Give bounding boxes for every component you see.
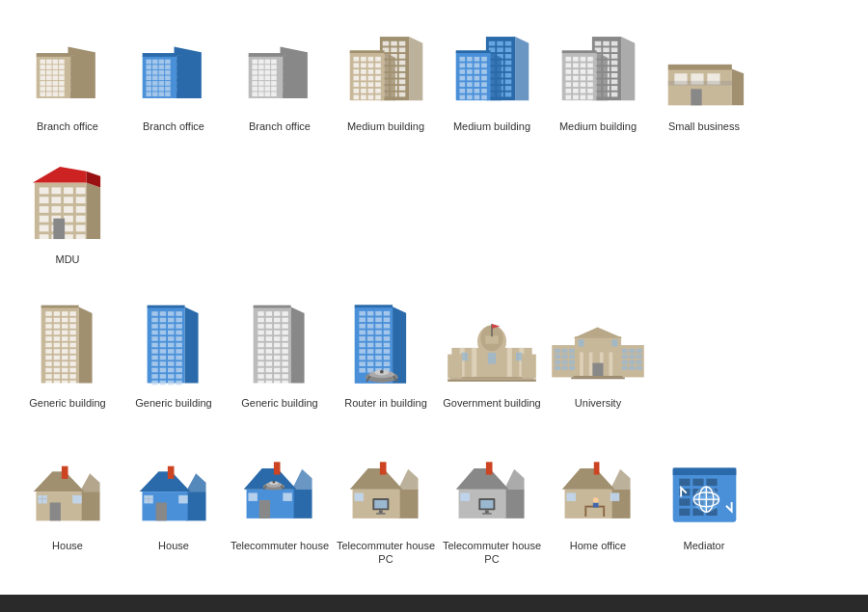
svg-rect-302: [580, 57, 585, 62]
icon-item-house-blue[interactable]: House: [121, 439, 227, 567]
svg-rect-39: [59, 81, 65, 86]
svg-rect-516: [258, 380, 264, 385]
svg-rect-529: [375, 317, 382, 322]
svg-rect-135: [271, 76, 277, 81]
svg-rect-459: [168, 367, 175, 372]
svg-rect-532: [366, 324, 373, 329]
svg-rect-129: [258, 70, 264, 75]
svg-rect-688: [610, 492, 618, 501]
svg-rect-201: [361, 89, 366, 93]
svg-rect-139: [271, 81, 277, 86]
svg-rect-81: [165, 70, 171, 75]
svg-rect-513: [265, 374, 272, 379]
icon-item-telecommuter-house-pc-gray[interactable]: Telecommuter house PC: [439, 439, 545, 567]
svg-marker-623: [79, 492, 99, 520]
svg-marker-644: [291, 469, 312, 490]
icon-item-generic-building-blue[interactable]: Generic building: [121, 296, 227, 410]
icon-item-medium-building-beige[interactable]: Medium building: [333, 19, 439, 133]
svg-rect-620: [611, 339, 617, 346]
svg-rect-140: [252, 87, 258, 92]
icon-wrapper: [338, 439, 434, 535]
svg-rect-383: [53, 330, 60, 334]
icon-item-medium-building-blue[interactable]: Medium building: [439, 19, 545, 133]
svg-rect-371: [53, 311, 60, 316]
svg-rect-366: [53, 219, 65, 239]
icon-item-telecommuter-house-pc[interactable]: Telecommuter house PC: [333, 439, 439, 567]
svg-marker-178: [409, 37, 422, 100]
svg-rect-315: [587, 76, 593, 81]
svg-rect-442: [159, 342, 166, 347]
svg-rect-264: [459, 95, 465, 100]
svg-rect-130: [264, 70, 270, 75]
svg-rect-207: [375, 95, 381, 100]
svg-rect-151: [382, 41, 389, 46]
svg-rect-149: [248, 53, 283, 57]
svg-rect-603: [622, 354, 628, 358]
svg-rect-613: [580, 352, 583, 377]
svg-rect-136: [252, 81, 258, 86]
svg-rect-316: [565, 82, 571, 87]
svg-rect-318: [580, 82, 585, 87]
icon-item-medium-building-gray[interactable]: Medium building: [545, 19, 651, 133]
icon-item-generic-building-gray[interactable]: Generic building: [227, 296, 333, 410]
svg-rect-174: [398, 86, 405, 91]
svg-rect-499: [282, 349, 288, 354]
svg-rect-462: [159, 374, 166, 379]
icon-wrapper: [444, 439, 540, 535]
svg-rect-80: [158, 70, 164, 75]
icon-label: Medium building: [453, 120, 530, 133]
svg-rect-378: [45, 324, 52, 329]
icon-wrapper: [656, 19, 752, 116]
svg-rect-446: [159, 349, 166, 354]
svg-marker-643: [291, 490, 312, 519]
svg-rect-159: [398, 54, 405, 59]
svg-rect-412: [62, 374, 68, 379]
svg-rect-319: [587, 82, 593, 87]
svg-rect-410: [45, 374, 52, 379]
svg-rect-215: [497, 47, 503, 52]
icon-label: Branch office: [37, 120, 98, 133]
svg-rect-691: [679, 479, 690, 487]
icon-item-branch-office-blue[interactable]: Branch office: [121, 19, 227, 133]
svg-rect-500: [258, 355, 264, 359]
svg-rect-463: [168, 374, 175, 379]
svg-rect-648: [258, 500, 269, 519]
svg-rect-549: [375, 349, 382, 354]
svg-rect-31: [59, 70, 65, 75]
icon-item-mdu[interactable]: MDU: [14, 152, 121, 266]
icon-item-telecommuter-house[interactable]: Telecommuter house: [227, 439, 333, 567]
svg-rect-358: [40, 226, 49, 232]
icon-item-home-office[interactable]: Home office: [545, 439, 651, 567]
svg-rect-396: [62, 349, 68, 354]
svg-rect-145: [258, 92, 264, 96]
svg-rect-479: [282, 317, 288, 322]
svg-rect-591: [562, 354, 568, 358]
icon-item-government-building[interactable]: Government building: [439, 296, 545, 410]
svg-rect-241: [467, 57, 473, 62]
svg-rect-49: [36, 53, 70, 57]
icon-item-mediator[interactable]: Mediator: [651, 439, 757, 567]
icon-item-house-beige[interactable]: House: [14, 439, 121, 567]
icon-wrapper: [231, 439, 328, 535]
icon-item-generic-building-beige[interactable]: Generic building: [14, 296, 121, 410]
svg-rect-35: [59, 76, 65, 81]
svg-rect-272: [603, 41, 610, 46]
svg-rect-595: [569, 359, 575, 363]
icon-item-branch-office-gray[interactable]: Branch office: [227, 19, 333, 133]
svg-rect-28: [40, 70, 45, 75]
svg-rect-543: [359, 342, 366, 347]
svg-rect-601: [629, 348, 635, 352]
svg-rect-322: [580, 89, 585, 93]
svg-rect-477: [265, 317, 272, 322]
icon-label: Generic building: [241, 396, 318, 410]
icon-item-router-in-building[interactable]: Router in building: [333, 296, 439, 410]
icon-item-small-business[interactable]: Small business: [651, 19, 757, 133]
svg-rect-666: [354, 492, 363, 501]
icon-item-branch-office-beige[interactable]: Branch office: [14, 19, 121, 133]
svg-rect-416: [62, 380, 68, 385]
svg-rect-26: [52, 65, 58, 69]
svg-rect-326: [580, 95, 585, 100]
icon-item-university[interactable]: University: [545, 296, 651, 410]
svg-rect-75: [152, 65, 158, 69]
svg-rect-544: [366, 342, 373, 347]
